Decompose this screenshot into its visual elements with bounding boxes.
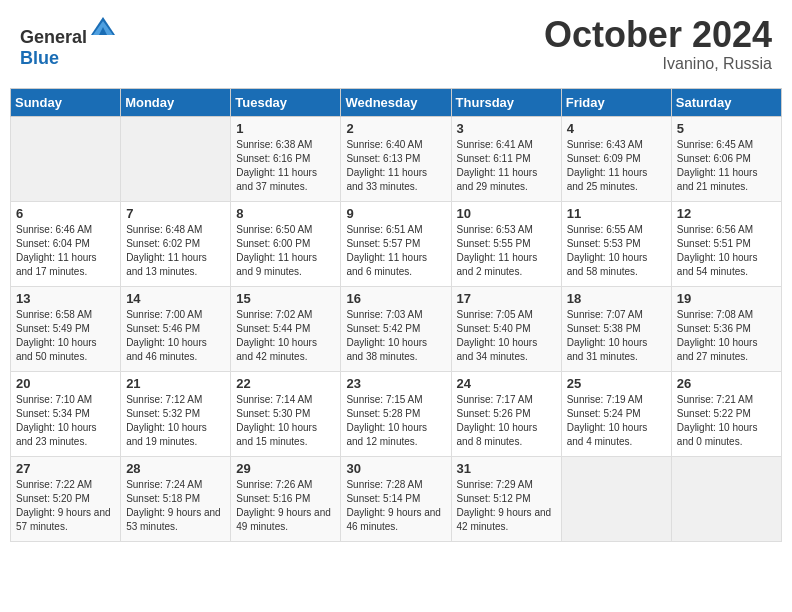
- calendar-cell: 23Sunrise: 7:15 AMSunset: 5:28 PMDayligh…: [341, 371, 451, 456]
- day-info: Sunrise: 6:43 AMSunset: 6:09 PMDaylight:…: [567, 139, 648, 192]
- day-info: Sunrise: 7:28 AMSunset: 5:14 PMDaylight:…: [346, 479, 441, 532]
- day-number: 25: [567, 376, 666, 391]
- logo: General Blue: [20, 15, 117, 69]
- calendar-cell: 17Sunrise: 7:05 AMSunset: 5:40 PMDayligh…: [451, 286, 561, 371]
- day-number: 15: [236, 291, 335, 306]
- day-number: 28: [126, 461, 225, 476]
- day-info: Sunrise: 6:50 AMSunset: 6:00 PMDaylight:…: [236, 224, 317, 277]
- calendar-cell: 20Sunrise: 7:10 AMSunset: 5:34 PMDayligh…: [11, 371, 121, 456]
- title-block: October 2024 Ivanino, Russia: [544, 15, 772, 73]
- day-number: 11: [567, 206, 666, 221]
- day-info: Sunrise: 7:26 AMSunset: 5:16 PMDaylight:…: [236, 479, 331, 532]
- day-info: Sunrise: 6:55 AMSunset: 5:53 PMDaylight:…: [567, 224, 648, 277]
- calendar-cell: 2Sunrise: 6:40 AMSunset: 6:13 PMDaylight…: [341, 116, 451, 201]
- calendar-cell: 1Sunrise: 6:38 AMSunset: 6:16 PMDaylight…: [231, 116, 341, 201]
- calendar-cell: 29Sunrise: 7:26 AMSunset: 5:16 PMDayligh…: [231, 456, 341, 541]
- day-number: 3: [457, 121, 556, 136]
- day-number: 23: [346, 376, 445, 391]
- day-number: 6: [16, 206, 115, 221]
- day-number: 20: [16, 376, 115, 391]
- day-number: 30: [346, 461, 445, 476]
- calendar-cell: 7Sunrise: 6:48 AMSunset: 6:02 PMDaylight…: [121, 201, 231, 286]
- calendar-cell: 26Sunrise: 7:21 AMSunset: 5:22 PMDayligh…: [671, 371, 781, 456]
- calendar-cell: 4Sunrise: 6:43 AMSunset: 6:09 PMDaylight…: [561, 116, 671, 201]
- calendar-cell: [671, 456, 781, 541]
- day-number: 16: [346, 291, 445, 306]
- day-number: 5: [677, 121, 776, 136]
- day-number: 14: [126, 291, 225, 306]
- day-number: 10: [457, 206, 556, 221]
- calendar-cell: 3Sunrise: 6:41 AMSunset: 6:11 PMDaylight…: [451, 116, 561, 201]
- day-info: Sunrise: 6:56 AMSunset: 5:51 PMDaylight:…: [677, 224, 758, 277]
- day-number: 2: [346, 121, 445, 136]
- calendar-cell: 15Sunrise: 7:02 AMSunset: 5:44 PMDayligh…: [231, 286, 341, 371]
- day-info: Sunrise: 6:46 AMSunset: 6:04 PMDaylight:…: [16, 224, 97, 277]
- day-of-week-header: Sunday: [11, 88, 121, 116]
- calendar-table: SundayMondayTuesdayWednesdayThursdayFrid…: [10, 88, 782, 542]
- day-info: Sunrise: 6:45 AMSunset: 6:06 PMDaylight:…: [677, 139, 758, 192]
- calendar-cell: 16Sunrise: 7:03 AMSunset: 5:42 PMDayligh…: [341, 286, 451, 371]
- day-of-week-header: Monday: [121, 88, 231, 116]
- calendar-cell: 6Sunrise: 6:46 AMSunset: 6:04 PMDaylight…: [11, 201, 121, 286]
- day-info: Sunrise: 6:58 AMSunset: 5:49 PMDaylight:…: [16, 309, 97, 362]
- day-info: Sunrise: 7:05 AMSunset: 5:40 PMDaylight:…: [457, 309, 538, 362]
- day-number: 4: [567, 121, 666, 136]
- calendar-cell: 14Sunrise: 7:00 AMSunset: 5:46 PMDayligh…: [121, 286, 231, 371]
- location-subtitle: Ivanino, Russia: [544, 55, 772, 73]
- day-of-week-header: Saturday: [671, 88, 781, 116]
- day-number: 29: [236, 461, 335, 476]
- day-info: Sunrise: 6:51 AMSunset: 5:57 PMDaylight:…: [346, 224, 427, 277]
- day-number: 24: [457, 376, 556, 391]
- day-number: 13: [16, 291, 115, 306]
- calendar-week-row: 27Sunrise: 7:22 AMSunset: 5:20 PMDayligh…: [11, 456, 782, 541]
- calendar-header-row: SundayMondayTuesdayWednesdayThursdayFrid…: [11, 88, 782, 116]
- day-info: Sunrise: 7:02 AMSunset: 5:44 PMDaylight:…: [236, 309, 317, 362]
- day-of-week-header: Wednesday: [341, 88, 451, 116]
- calendar-cell: [561, 456, 671, 541]
- day-number: 8: [236, 206, 335, 221]
- calendar-cell: 13Sunrise: 6:58 AMSunset: 5:49 PMDayligh…: [11, 286, 121, 371]
- day-number: 27: [16, 461, 115, 476]
- calendar-week-row: 13Sunrise: 6:58 AMSunset: 5:49 PMDayligh…: [11, 286, 782, 371]
- day-info: Sunrise: 7:12 AMSunset: 5:32 PMDaylight:…: [126, 394, 207, 447]
- calendar-cell: 5Sunrise: 6:45 AMSunset: 6:06 PMDaylight…: [671, 116, 781, 201]
- day-info: Sunrise: 6:41 AMSunset: 6:11 PMDaylight:…: [457, 139, 538, 192]
- page-header: General Blue October 2024 Ivanino, Russi…: [10, 10, 782, 78]
- calendar-week-row: 20Sunrise: 7:10 AMSunset: 5:34 PMDayligh…: [11, 371, 782, 456]
- day-info: Sunrise: 7:08 AMSunset: 5:36 PMDaylight:…: [677, 309, 758, 362]
- day-info: Sunrise: 7:22 AMSunset: 5:20 PMDaylight:…: [16, 479, 111, 532]
- calendar-cell: 25Sunrise: 7:19 AMSunset: 5:24 PMDayligh…: [561, 371, 671, 456]
- day-number: 9: [346, 206, 445, 221]
- day-of-week-header: Friday: [561, 88, 671, 116]
- day-info: Sunrise: 7:07 AMSunset: 5:38 PMDaylight:…: [567, 309, 648, 362]
- day-number: 19: [677, 291, 776, 306]
- calendar-cell: 31Sunrise: 7:29 AMSunset: 5:12 PMDayligh…: [451, 456, 561, 541]
- logo-icon: [89, 15, 117, 43]
- day-number: 31: [457, 461, 556, 476]
- day-info: Sunrise: 7:21 AMSunset: 5:22 PMDaylight:…: [677, 394, 758, 447]
- day-of-week-header: Tuesday: [231, 88, 341, 116]
- calendar-cell: 8Sunrise: 6:50 AMSunset: 6:00 PMDaylight…: [231, 201, 341, 286]
- day-number: 7: [126, 206, 225, 221]
- calendar-cell: 22Sunrise: 7:14 AMSunset: 5:30 PMDayligh…: [231, 371, 341, 456]
- day-info: Sunrise: 6:53 AMSunset: 5:55 PMDaylight:…: [457, 224, 538, 277]
- day-info: Sunrise: 7:00 AMSunset: 5:46 PMDaylight:…: [126, 309, 207, 362]
- day-number: 17: [457, 291, 556, 306]
- day-number: 21: [126, 376, 225, 391]
- day-info: Sunrise: 7:10 AMSunset: 5:34 PMDaylight:…: [16, 394, 97, 447]
- calendar-cell: 30Sunrise: 7:28 AMSunset: 5:14 PMDayligh…: [341, 456, 451, 541]
- calendar-cell: 18Sunrise: 7:07 AMSunset: 5:38 PMDayligh…: [561, 286, 671, 371]
- month-year-title: October 2024: [544, 15, 772, 55]
- calendar-cell: [121, 116, 231, 201]
- day-info: Sunrise: 7:29 AMSunset: 5:12 PMDaylight:…: [457, 479, 552, 532]
- calendar-week-row: 6Sunrise: 6:46 AMSunset: 6:04 PMDaylight…: [11, 201, 782, 286]
- calendar-cell: 28Sunrise: 7:24 AMSunset: 5:18 PMDayligh…: [121, 456, 231, 541]
- day-info: Sunrise: 7:15 AMSunset: 5:28 PMDaylight:…: [346, 394, 427, 447]
- day-info: Sunrise: 6:40 AMSunset: 6:13 PMDaylight:…: [346, 139, 427, 192]
- calendar-cell: 11Sunrise: 6:55 AMSunset: 5:53 PMDayligh…: [561, 201, 671, 286]
- calendar-week-row: 1Sunrise: 6:38 AMSunset: 6:16 PMDaylight…: [11, 116, 782, 201]
- day-number: 26: [677, 376, 776, 391]
- day-info: Sunrise: 7:17 AMSunset: 5:26 PMDaylight:…: [457, 394, 538, 447]
- logo-general: General: [20, 27, 87, 47]
- day-info: Sunrise: 7:03 AMSunset: 5:42 PMDaylight:…: [346, 309, 427, 362]
